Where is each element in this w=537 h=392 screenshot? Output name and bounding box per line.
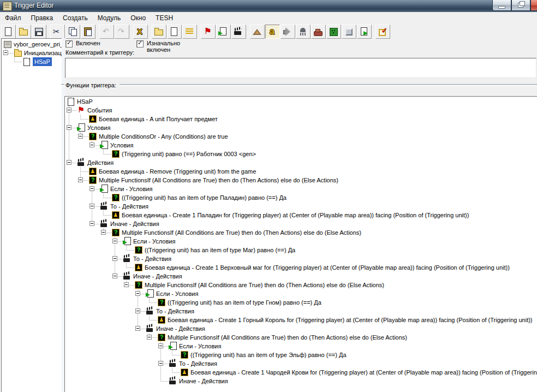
expand-toggle[interactable] <box>124 282 129 287</box>
menu-create[interactable]: Создать <box>58 13 93 23</box>
expand-toggle[interactable] <box>67 125 71 130</box>
act-icon <box>100 202 109 211</box>
menu-window[interactable]: Окно <box>126 13 151 23</box>
function-row[interactable]: То - Действия <box>65 359 537 368</box>
open-button[interactable] <box>16 25 31 39</box>
new-category-button[interactable] <box>152 25 166 39</box>
ai-editor-button[interactable] <box>326 25 341 39</box>
function-row[interactable]: То - Действия <box>65 254 537 263</box>
undo-button[interactable] <box>99 25 114 39</box>
function-row[interactable]: ((Triggering unit) has an item of type Э… <box>65 351 537 359</box>
function-row[interactable]: (Triggering unit) равно (==) Работник 00… <box>65 150 537 158</box>
expand-toggle[interactable] <box>90 142 94 147</box>
cut-button[interactable] <box>50 25 65 39</box>
function-row[interactable]: Боевая единица - A unit Получает предмет <box>65 115 537 123</box>
trigger-comment-input[interactable] <box>65 58 536 78</box>
function-row[interactable]: Условия <box>65 123 537 132</box>
function-row[interactable]: Multiple FunctionsIf (All Conditions are… <box>65 228 537 237</box>
sound-editor-button[interactable] <box>281 25 295 39</box>
expand-toggle[interactable] <box>90 186 94 191</box>
redo-button[interactable] <box>115 25 129 39</box>
object-manager-button[interactable] <box>342 25 356 39</box>
function-row[interactable]: Multiple FunctionsIf (All Conditions are… <box>65 176 537 185</box>
flag-icon <box>77 106 86 115</box>
menu-file[interactable]: Файл <box>0 13 26 23</box>
close-button[interactable] <box>530 0 537 11</box>
trigger-list-item[interactable]: vybor_geroev_pri_ <box>2 40 62 49</box>
function-row[interactable]: Боевая единица - Remove (Triggering unit… <box>65 167 537 176</box>
expand-toggle[interactable] <box>135 308 140 313</box>
function-row[interactable]: Иначе - Действия <box>65 377 537 385</box>
function-row[interactable]: Боевая единица - Create 1 Верховный маг … <box>65 263 537 272</box>
campaign-editor-button[interactable] <box>311 25 326 39</box>
function-row[interactable]: ((Triggering unit) has an item of type М… <box>65 246 537 254</box>
expand-toggle[interactable] <box>3 50 8 55</box>
function-row[interactable]: Условия <box>65 141 537 150</box>
function-row[interactable]: ((Triggering unit) has an item of type Г… <box>65 298 537 307</box>
expand-toggle[interactable] <box>67 160 71 165</box>
function-row[interactable]: Если - Условия <box>65 342 537 351</box>
terrain-editor-button[interactable] <box>250 25 265 39</box>
function-row[interactable]: Боевая единица - Create 1 Чародей Крови … <box>65 368 537 377</box>
minimize-button[interactable] <box>492 0 511 11</box>
function-row[interactable]: HSaP <box>65 97 537 106</box>
function-row[interactable]: Боевая единица - Create 1 Горный Король … <box>65 316 537 324</box>
function-row[interactable]: То - Действия <box>65 202 537 211</box>
copy-button[interactable] <box>65 25 80 39</box>
expand-toggle[interactable] <box>147 335 152 340</box>
function-row-label: Условия <box>110 141 133 150</box>
function-row[interactable]: Multiple FunctionsIf (All Conditions are… <box>65 281 537 289</box>
expand-toggle[interactable] <box>112 256 117 261</box>
expand-toggle[interactable] <box>158 343 163 348</box>
function-row[interactable]: Иначе - Действия <box>65 272 537 281</box>
expand-toggle[interactable] <box>135 291 140 296</box>
enabled-checkbox[interactable]: ✓ <box>65 40 73 47</box>
expand-toggle[interactable] <box>101 230 106 235</box>
new-button[interactable] <box>1 25 16 39</box>
restore-button[interactable] <box>511 0 530 11</box>
expand-toggle[interactable] <box>90 204 94 209</box>
save-button[interactable] <box>32 25 46 39</box>
functions-tree-panel[interactable]: HSaPСобытияБоевая единица - A unit Получ… <box>64 96 537 392</box>
trigger-editor-button[interactable] <box>265 25 280 39</box>
trigger-list-panel[interactable]: vybor_geroev_pri_ИнициализацияHSaP <box>1 38 62 392</box>
menu-tesh[interactable]: TESH <box>151 13 178 23</box>
expand-toggle[interactable] <box>112 274 117 278</box>
new-action-button[interactable] <box>231 25 246 39</box>
object-editor-button[interactable] <box>296 25 311 39</box>
function-row[interactable]: Боевая единица - Create 1 Паладин for (T… <box>65 211 537 219</box>
function-row[interactable]: Иначе - Действия <box>65 324 537 333</box>
expand-toggle[interactable] <box>78 134 83 139</box>
new-condition-button[interactable] <box>216 25 231 39</box>
function-row[interactable]: Действия <box>65 158 537 167</box>
expand-toggle[interactable] <box>90 221 94 226</box>
function-row[interactable]: События <box>65 106 537 115</box>
expand-toggle[interactable] <box>112 239 117 243</box>
test-map-button[interactable] <box>375 25 390 39</box>
new-trigger-button[interactable] <box>167 25 182 39</box>
function-row[interactable]: ((Triggering unit) has an item of type П… <box>65 193 537 202</box>
new-comment-button[interactable] <box>182 25 197 39</box>
new-event-button[interactable] <box>201 25 216 39</box>
expand-toggle[interactable] <box>78 177 83 182</box>
menu-module[interactable]: Модуль <box>93 13 126 23</box>
tree-guide <box>126 268 134 268</box>
import-manager-button[interactable] <box>357 25 372 39</box>
paste-button[interactable] <box>81 25 96 39</box>
function-row[interactable]: То - Действия <box>65 307 537 316</box>
menu-edit[interactable]: Правка <box>26 13 58 23</box>
trigger-list-item[interactable]: HSaP <box>2 57 62 66</box>
expand-toggle[interactable] <box>135 326 140 331</box>
function-row[interactable]: Если - Условия <box>65 237 537 246</box>
function-row[interactable]: Иначе - Действия <box>65 219 537 228</box>
titlebar[interactable]: Trigger Editor <box>0 0 537 13</box>
expand-toggle[interactable] <box>67 108 71 112</box>
function-row[interactable]: Multiple FunctionsIf (All Conditions are… <box>65 333 537 342</box>
function-row[interactable]: Если - Условия <box>65 289 537 298</box>
initially-on-checkbox[interactable]: ✓ <box>136 40 144 47</box>
function-row[interactable]: Если - Условия <box>65 185 537 193</box>
delete-button[interactable] <box>133 25 148 39</box>
trigger-list-item[interactable]: Инициализация <box>2 49 62 57</box>
expand-toggle[interactable] <box>158 361 163 366</box>
function-row[interactable]: Multiple ConditionsOr - Any (Conditions)… <box>65 132 537 141</box>
